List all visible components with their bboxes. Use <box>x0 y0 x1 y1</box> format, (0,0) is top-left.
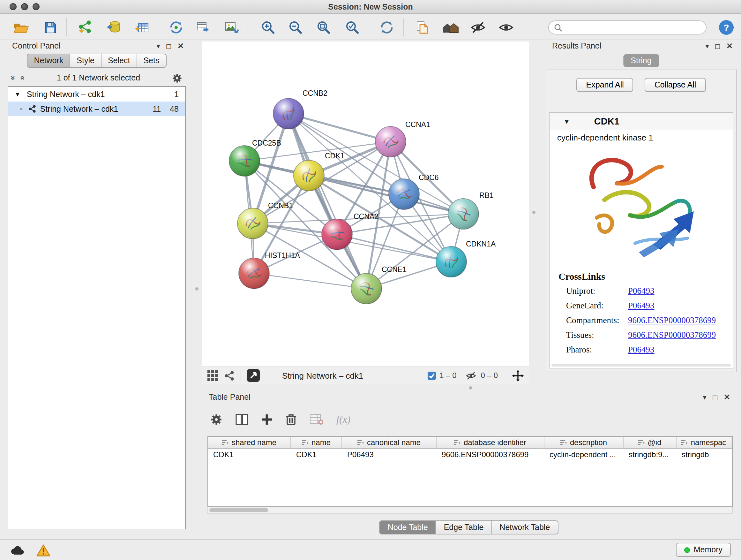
column-header-name[interactable]: name <box>291 437 342 448</box>
image-export-icon <box>224 20 239 35</box>
results-panel-close-icon[interactable]: ✕ <box>726 40 733 52</box>
copy-button[interactable] <box>411 18 433 37</box>
cloud-status-button[interactable] <box>8 543 27 558</box>
table-cell[interactable]: CDK1 <box>291 449 342 460</box>
network-options-gear-icon[interactable] <box>172 72 183 83</box>
gene-section-header[interactable]: ▼ CDK1 <box>549 113 733 130</box>
table-tab-network-table[interactable]: Network Table <box>492 520 558 535</box>
table-cell[interactable]: P06493 <box>342 449 436 460</box>
control-panel-close-icon[interactable]: ✕ <box>178 40 184 52</box>
zoom-out-button[interactable] <box>285 18 307 37</box>
network-node-CDK1[interactable]: CDK1 <box>293 152 344 191</box>
control-panel-float-icon[interactable]: ◻ <box>166 40 172 52</box>
results-scrollbar[interactable] <box>551 364 731 367</box>
column-header-database-identifier[interactable]: database identifier <box>436 437 544 448</box>
network-overview-icon[interactable] <box>224 370 235 381</box>
network-edge[interactable] <box>288 114 366 289</box>
open-session-button[interactable] <box>10 18 32 37</box>
export-image-button[interactable] <box>221 18 243 37</box>
right-splitter-handle[interactable] <box>532 211 536 214</box>
tree-expander-icon[interactable]: ▼ <box>15 91 20 98</box>
zoom-in-button[interactable] <box>257 18 279 37</box>
scrollbar-thumb[interactable] <box>209 508 268 512</box>
control-tab-select[interactable]: Select <box>102 54 137 68</box>
network-edge[interactable] <box>337 234 451 262</box>
warnings-button[interactable] <box>34 543 53 558</box>
column-header-namespac[interactable]: namespac <box>677 437 731 448</box>
crosslink-label: Tissues: <box>566 330 628 340</box>
new-table-button[interactable] <box>192 18 214 37</box>
delete-column-trash-icon[interactable] <box>285 413 297 426</box>
table-panel-close-icon[interactable]: ✕ <box>724 391 730 403</box>
crosslink-link[interactable]: P06493 <box>628 345 655 355</box>
column-header-description[interactable]: description <box>544 437 623 448</box>
new-network-from-selection-button[interactable] <box>165 18 187 37</box>
gene-collapse-triangle-icon[interactable]: ▼ <box>563 118 570 125</box>
save-session-button[interactable] <box>40 18 61 37</box>
export-view-icon[interactable] <box>247 369 260 382</box>
crosslink-link[interactable]: 9606.ENSP00000378699 <box>628 315 716 326</box>
network-edge[interactable] <box>254 273 366 289</box>
crosslink-link[interactable]: P06493 <box>628 301 655 311</box>
expand-all-button[interactable]: Expand All <box>577 78 633 92</box>
network-node-CCNA1[interactable]: CCNA1 <box>375 120 430 157</box>
search-input[interactable] <box>565 23 701 32</box>
column-header-canonical-name[interactable]: canonical name <box>342 437 436 448</box>
table-options-gear-icon[interactable] <box>210 413 223 426</box>
network-node-RB1[interactable]: RB1 <box>448 191 494 229</box>
control-tab-sets[interactable]: Sets <box>137 54 166 68</box>
left-splitter-handle[interactable] <box>195 287 199 291</box>
expand-all-chevron-icon[interactable]: » <box>9 76 17 80</box>
pan-crosshair-icon[interactable] <box>512 369 524 381</box>
import-table-file-button[interactable] <box>131 18 152 37</box>
crosslink-link[interactable]: 9606.ENSP00000378699 <box>628 330 716 340</box>
column-header--id[interactable]: @id <box>623 437 677 448</box>
control-tab-style[interactable]: Style <box>70 54 102 68</box>
table-cell[interactable]: 9606.ENSP00000378699 <box>436 449 544 460</box>
results-panel-collapse-icon[interactable]: ▾ <box>705 40 709 52</box>
column-header-shared-name[interactable]: shared name <box>208 437 291 448</box>
table-cell[interactable]: stringdb <box>677 449 731 460</box>
memory-button[interactable]: Memory <box>676 543 731 557</box>
network-graph[interactable]: CCNB2CCNA1CDC25BCDK1CDC6RB1CCNB1CCNA2CDK… <box>202 42 529 367</box>
network-canvas[interactable]: CCNB2CCNA1CDC25BCDK1CDC6RB1CCNB1CCNA2CDK… <box>202 42 529 367</box>
network-collection-row[interactable]: ▼ String Network – cdk1 1 <box>8 87 185 102</box>
show-columns-icon[interactable] <box>235 414 248 425</box>
table-horizontal-scrollbar[interactable] <box>207 507 733 514</box>
collapse-all-button[interactable]: Collapse All <box>645 78 706 92</box>
add-column-plus-icon[interactable] <box>261 414 273 425</box>
birdseye-grid-icon[interactable] <box>207 370 218 381</box>
hide-graphics-button[interactable] <box>467 18 489 37</box>
collapse-all-chevron-icon[interactable]: « <box>19 76 27 80</box>
table-tab-node-table[interactable]: Node Table <box>380 520 436 535</box>
refresh-view-button[interactable] <box>376 18 398 37</box>
table-cell[interactable]: CDK1 <box>208 449 291 460</box>
search-field[interactable] <box>548 20 706 35</box>
control-tab-network[interactable]: Network <box>27 54 71 68</box>
results-panel-float-icon[interactable]: ◻ <box>715 40 721 52</box>
table-panel-collapse-icon[interactable]: ▾ <box>703 391 706 403</box>
crosslink-link[interactable]: P06493 <box>628 286 655 296</box>
network-node-CCNE1[interactable]: CCNE1 <box>351 265 407 304</box>
help-button[interactable]: ? <box>716 18 737 37</box>
home-button[interactable] <box>440 18 461 37</box>
table-cell[interactable]: stringdb:9... <box>623 449 677 460</box>
show-graphics-button[interactable] <box>495 18 517 37</box>
table-panel-float-icon[interactable]: ◻ <box>712 391 718 403</box>
selected-checkbox-icon[interactable] <box>427 371 435 380</box>
network-node-HIST1H1A[interactable]: HIST1H1A <box>239 251 300 289</box>
table-tab-edge-table[interactable]: Edge Table <box>436 520 492 535</box>
control-panel-collapse-icon[interactable]: ▾ <box>157 40 160 52</box>
tab-string[interactable]: String <box>623 54 659 67</box>
table-cell[interactable]: cyclin-dependent ... <box>544 449 623 460</box>
table-row[interactable]: CDK1CDK1P064939606.ENSP00000378699cyclin… <box>208 449 732 460</box>
zoom-selected-button[interactable] <box>341 18 363 37</box>
network-node-CDC6[interactable]: CDC6 <box>389 173 439 209</box>
bottom-splitter-handle[interactable] <box>469 386 472 389</box>
import-network-database-button[interactable] <box>103 18 125 37</box>
hidden-eye-slash-icon[interactable] <box>466 371 477 380</box>
network-row[interactable]: ● String Network – cdk1 11 48 <box>8 102 185 116</box>
zoom-fit-button[interactable] <box>313 18 334 37</box>
import-network-file-button[interactable] <box>74 18 96 37</box>
network-node-CDKN1A[interactable]: CDKN1A <box>436 240 496 277</box>
